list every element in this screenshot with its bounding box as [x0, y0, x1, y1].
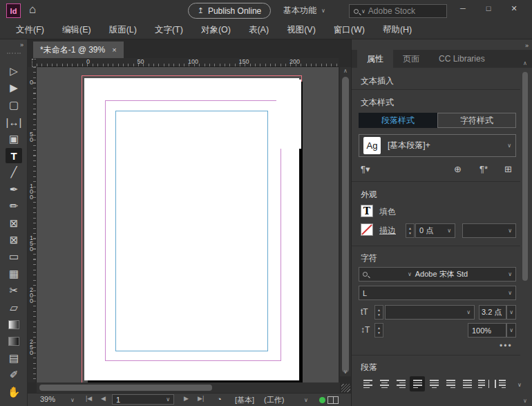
minimize-button[interactable]: ─	[453, 0, 473, 17]
spread-view-icon[interactable]	[327, 396, 339, 404]
home-icon[interactable]: ⌂	[29, 3, 36, 17]
menu-item-0[interactable]: 文件(F)	[7, 24, 53, 36]
hand-tool[interactable]: ✋	[6, 385, 22, 400]
panel-tab-CC Libraries[interactable]: CC Libraries	[429, 50, 495, 68]
style-tab-段落样式[interactable]: 段落样式	[359, 113, 437, 128]
first-page-button[interactable]: |◀	[86, 395, 92, 402]
polygon-frame-tool[interactable]: ⊠	[6, 232, 22, 248]
justify-last-right-button[interactable]	[443, 376, 458, 391]
stroke-weight-combo[interactable]: 0 点 ∨	[415, 223, 455, 238]
menu-item-7[interactable]: 窗口(W)	[325, 24, 374, 36]
stroke-label[interactable]: 描边	[379, 225, 396, 237]
align-right-button[interactable]	[393, 376, 408, 391]
justify-last-left-button[interactable]	[410, 376, 425, 391]
adobe-stock-search-input[interactable]: ∨ Adobe Stock	[349, 4, 447, 18]
align-left-button[interactable]	[360, 376, 375, 391]
resize-grip[interactable]	[341, 384, 350, 392]
page-tool[interactable]: ▢	[6, 98, 22, 113]
zoom-tool[interactable]	[6, 401, 22, 406]
justify-all-button[interactable]	[459, 376, 475, 391]
preflight-preset[interactable]: [基本]	[235, 395, 254, 405]
panel-tab-页面[interactable]: 页面	[393, 50, 429, 68]
preflight-icon[interactable]: ◔	[217, 395, 222, 403]
new-style-icon[interactable]: ⊞	[504, 164, 512, 174]
publish-online-button[interactable]: ↥ Publish Online	[188, 3, 271, 19]
align-center-button[interactable]	[377, 376, 392, 391]
vertical-scale-box[interactable]: 100%	[468, 323, 506, 338]
note-tool[interactable]: ▤	[6, 351, 22, 366]
stroke-type-combo[interactable]: ∨	[462, 223, 516, 238]
menu-item-3[interactable]: 文字(T)	[146, 24, 192, 36]
paragraph-style-combo[interactable]: Ag [基本段落]+ ∨	[359, 134, 516, 157]
type-tool[interactable]: T	[6, 148, 22, 163]
menu-item-2[interactable]: 版面(L)	[100, 24, 146, 36]
document-tab[interactable]: *未命名-1 @ 39% ×	[33, 41, 124, 58]
vertical-scrollbar[interactable]: ∧ ∨	[340, 67, 351, 376]
panel-scrollbar[interactable]: ∧ ∨	[521, 69, 529, 406]
chevron-down-icon[interactable]: ∨	[70, 397, 75, 403]
menu-item-8[interactable]: 帮助(H)	[374, 24, 421, 36]
chevron-down-icon[interactable]: ∨	[304, 397, 308, 403]
close-button[interactable]: ✕	[504, 0, 524, 17]
vertical-scale-chevron[interactable]: ∨	[506, 323, 516, 338]
leading-value-box[interactable]: 3.2 点	[479, 305, 506, 320]
zoom-level[interactable]: 39%	[40, 395, 55, 403]
rectangle-frame-tool[interactable]: ⊠	[6, 216, 22, 231]
font-style-combo[interactable]: L ∨	[359, 286, 516, 300]
font-family-combo[interactable]: ∨ Adobe 宋体 Std ∨	[359, 267, 516, 282]
fill-swatch[interactable]: T	[361, 205, 373, 217]
line-tool[interactable]: ╱	[6, 165, 22, 180]
maximize-button[interactable]: □	[478, 0, 499, 17]
justify-last-center-button[interactable]	[426, 376, 441, 391]
style-tab-字符样式[interactable]: 字符样式	[437, 113, 516, 128]
free-transform-tool[interactable]: ▱	[6, 300, 22, 315]
direct-selection-tool[interactable]: ▶	[6, 80, 22, 95]
page-number-combo[interactable]: 1 ∨	[112, 394, 174, 405]
menu-item-5[interactable]: 表(A)	[240, 24, 278, 36]
previous-page-button[interactable]: ◀	[101, 395, 106, 402]
expand-panel-icon[interactable]: »	[20, 41, 23, 48]
align-toward-spine-button[interactable]	[476, 376, 491, 391]
frame-grid-tool[interactable]: ▦	[6, 266, 22, 282]
eyedropper-tool[interactable]: ✐	[6, 367, 22, 382]
apply-style-icon[interactable]: ⊕	[454, 164, 462, 174]
gradient-feather-tool[interactable]	[6, 333, 22, 349]
clear-overrides-icon[interactable]: ¶*	[479, 164, 488, 174]
workspace-switcher[interactable]: 基本功能 ∨	[283, 5, 325, 17]
align-away-from-spine-button[interactable]	[493, 376, 508, 391]
gradient-swatch-tool[interactable]	[6, 317, 22, 332]
content-collector-tool[interactable]: ▣	[6, 131, 22, 147]
font-size-combo[interactable]: ∨	[385, 305, 475, 320]
menu-item-6[interactable]: 视图(V)	[278, 24, 325, 36]
panel-grip[interactable]	[7, 53, 21, 56]
paragraph-menu-icon[interactable]: ¶▾	[361, 164, 370, 174]
scroll-down-icon[interactable]: ∨	[340, 368, 351, 376]
scroll-up-icon[interactable]: ∧	[340, 67, 351, 75]
leading-chevron[interactable]: ∨	[506, 305, 516, 320]
scroll-up-icon[interactable]: ∧	[521, 59, 529, 68]
scroll-down-icon[interactable]: ∨	[521, 397, 529, 405]
panel-scroll-thumb[interactable]	[522, 72, 528, 281]
next-page-button[interactable]: ▶	[184, 395, 189, 402]
stroke-weight-stepper[interactable]: ▲▼	[406, 223, 415, 238]
scissors-tool[interactable]: ✂	[6, 283, 22, 298]
text-frame[interactable]	[115, 111, 268, 351]
gap-tool[interactable]: |↔|	[6, 114, 22, 129]
horizontal-scrollbar[interactable]	[37, 382, 340, 393]
selection-tool[interactable]: ▷	[6, 64, 22, 79]
stroke-swatch[interactable]	[361, 223, 373, 236]
last-page-button[interactable]: ▶|	[198, 395, 204, 402]
rectangle-tool[interactable]: ▭	[6, 249, 22, 264]
vertical-scroll-thumb[interactable]	[342, 77, 349, 373]
menu-item-4[interactable]: 对象(O)	[192, 24, 240, 36]
collapse-panel-icon[interactable]: »	[525, 42, 528, 49]
horizontal-scroll-thumb[interactable]	[39, 385, 212, 391]
font-size-stepper[interactable]: ▲▼	[374, 305, 383, 320]
pen-tool[interactable]: ✒	[6, 182, 22, 197]
vertical-scale-stepper[interactable]: ▲▼	[374, 323, 383, 338]
panel-tab-属性[interactable]: 属性	[357, 50, 393, 68]
menu-item-1[interactable]: 编辑(E)	[53, 24, 100, 36]
more-options-icon[interactable]: •••	[500, 341, 513, 351]
pencil-tool[interactable]: ✏	[6, 199, 22, 214]
close-icon[interactable]: ×	[112, 46, 116, 54]
